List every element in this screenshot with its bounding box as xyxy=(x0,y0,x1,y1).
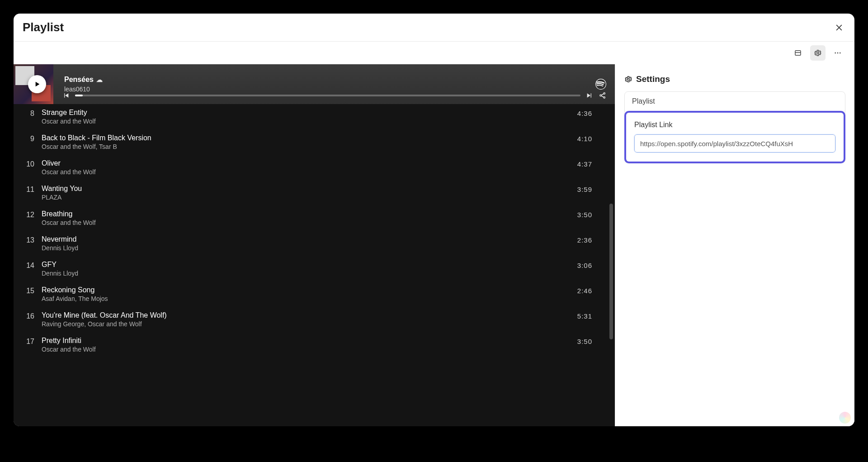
playlist-link-input[interactable] xyxy=(634,134,835,152)
track-number: 15 xyxy=(15,286,34,295)
track-meta: Pretty InfinitiOscar and the Wolf xyxy=(42,337,570,353)
track-meta: Back to Black - Film Black VersionOscar … xyxy=(42,134,570,150)
settings-group-label: Playlist xyxy=(625,92,845,111)
track-number: 10 xyxy=(15,159,34,168)
track-meta: OliverOscar and the Wolf xyxy=(42,159,570,176)
svg-point-2 xyxy=(835,52,836,54)
spotify-icon[interactable] xyxy=(595,78,607,90)
track-number: 8 xyxy=(15,109,34,118)
svg-point-1 xyxy=(817,52,819,54)
track-row[interactable]: 12BreathingOscar and the Wolf3:50 xyxy=(14,205,615,231)
settings-group: Playlist Playlist Link xyxy=(624,91,845,163)
track-row[interactable]: 14GFYDennis Lloyd3:06 xyxy=(14,256,615,281)
player-header: Pensées ☁ leas0610 xyxy=(14,64,615,104)
previous-button[interactable] xyxy=(62,92,70,99)
gear-icon xyxy=(624,75,632,83)
svg-point-6 xyxy=(600,95,601,96)
gear-icon xyxy=(814,49,822,57)
track-row[interactable]: 13NevermindDennis Lloyd2:36 xyxy=(14,231,615,256)
track-title: Strange Entity xyxy=(42,109,570,117)
track-duration: 4:36 xyxy=(577,109,592,117)
track-duration: 5:31 xyxy=(577,311,592,320)
track-number: 14 xyxy=(15,261,34,270)
modal-toolbar xyxy=(14,42,854,64)
player-progress-row xyxy=(62,91,607,100)
track-meta: NevermindDennis Lloyd xyxy=(42,235,570,252)
player-meta: Pensées ☁ leas0610 xyxy=(58,76,595,93)
track-artist: Dennis Lloyd xyxy=(42,270,570,277)
spotify-player: Pensées ☁ leas0610 xyxy=(14,64,615,426)
track-duration: 4:10 xyxy=(577,134,592,143)
track-title: Reckoning Song xyxy=(42,286,570,294)
track-title: Breathing xyxy=(42,210,570,218)
progress-bar[interactable] xyxy=(75,95,580,96)
track-number: 11 xyxy=(15,185,34,194)
close-button[interactable] xyxy=(833,21,845,34)
track-title: Back to Black - Film Black Version xyxy=(42,134,570,142)
play-icon xyxy=(33,81,41,88)
next-button[interactable] xyxy=(586,92,593,99)
svg-point-8 xyxy=(604,97,605,98)
track-artist: PLAZA xyxy=(42,194,570,201)
track-duration: 3:06 xyxy=(577,261,592,269)
track-number: 12 xyxy=(15,210,34,219)
tracks-scroll[interactable]: 8Strange EntityOscar and the Wolf4:369Ba… xyxy=(14,104,615,426)
settings-panel: Settings Playlist Playlist Link xyxy=(615,64,854,426)
track-row[interactable]: 9Back to Black - Film Black VersionOscar… xyxy=(14,129,615,155)
track-duration: 3:50 xyxy=(577,337,592,345)
playlist-link-label: Playlist Link xyxy=(634,121,835,129)
track-meta: GFYDennis Lloyd xyxy=(42,261,570,277)
track-artist: Oscar and the Wolf, Tsar B xyxy=(42,143,570,150)
close-icon xyxy=(835,23,844,32)
ellipsis-icon xyxy=(834,49,842,57)
svg-point-3 xyxy=(837,52,839,54)
track-row[interactable]: 15Reckoning SongAsaf Avidan, The Mojos2:… xyxy=(14,281,615,307)
track-artist: Oscar and the Wolf xyxy=(42,219,570,226)
track-artist: Dennis Lloyd xyxy=(42,244,570,252)
track-title: GFY xyxy=(42,261,570,269)
svg-point-4 xyxy=(840,52,841,54)
settings-toggle-button[interactable] xyxy=(810,45,826,61)
settings-heading: Settings xyxy=(624,74,845,84)
track-meta: Strange EntityOscar and the Wolf xyxy=(42,109,570,125)
playlist-link-section: Playlist Link xyxy=(624,111,845,163)
track-meta: You're Mine (feat. Oscar And The Wolf)Ra… xyxy=(42,311,570,328)
track-row[interactable]: 8Strange EntityOscar and the Wolf4:36 xyxy=(14,104,615,129)
track-title: Pretty Infiniti xyxy=(42,337,570,345)
track-title: You're Mine (feat. Oscar And The Wolf) xyxy=(42,311,570,319)
settings-heading-text: Settings xyxy=(636,74,670,84)
track-meta: Reckoning SongAsaf Avidan, The Mojos xyxy=(42,286,570,302)
track-duration: 2:36 xyxy=(577,235,592,244)
track-list: 8Strange EntityOscar and the Wolf4:369Ba… xyxy=(14,104,615,426)
share-button[interactable] xyxy=(599,91,607,100)
track-row[interactable]: 10OliverOscar and the Wolf4:37 xyxy=(14,155,615,180)
scrollbar-thumb[interactable] xyxy=(609,204,613,339)
track-number: 9 xyxy=(15,134,34,143)
track-meta: BreathingOscar and the Wolf xyxy=(42,210,570,226)
track-row[interactable]: 17Pretty InfinitiOscar and the Wolf3:50 xyxy=(14,332,615,357)
track-duration: 4:37 xyxy=(577,159,592,168)
playlist-title: Pensées xyxy=(64,76,94,84)
track-title: Nevermind xyxy=(42,235,570,243)
layout-icon xyxy=(794,49,802,57)
track-artist: Oscar and the Wolf xyxy=(42,118,570,125)
cloud-icon: ☁ xyxy=(96,76,103,83)
track-title: Oliver xyxy=(42,159,570,167)
modal-header: Playlist xyxy=(14,14,854,42)
layout-toggle-button[interactable] xyxy=(790,45,806,61)
track-number: 13 xyxy=(15,235,34,244)
track-title: Wanting You xyxy=(42,185,570,193)
track-number: 17 xyxy=(15,337,34,346)
track-artist: Oscar and the Wolf xyxy=(42,168,570,176)
playlist-modal: Playlist xyxy=(14,14,854,426)
modal-body: Pensées ☁ leas0610 xyxy=(14,64,854,426)
track-row[interactable]: 11Wanting YouPLAZA3:59 xyxy=(14,180,615,205)
svg-point-9 xyxy=(627,78,630,81)
modal-title: Playlist xyxy=(23,20,833,34)
track-artist: Oscar and the Wolf xyxy=(42,346,570,353)
more-menu-button[interactable] xyxy=(830,45,845,61)
track-duration: 2:46 xyxy=(577,286,592,295)
play-button[interactable] xyxy=(28,75,46,93)
watermark-icon xyxy=(839,412,851,424)
track-row[interactable]: 16You're Mine (feat. Oscar And The Wolf)… xyxy=(14,307,615,332)
